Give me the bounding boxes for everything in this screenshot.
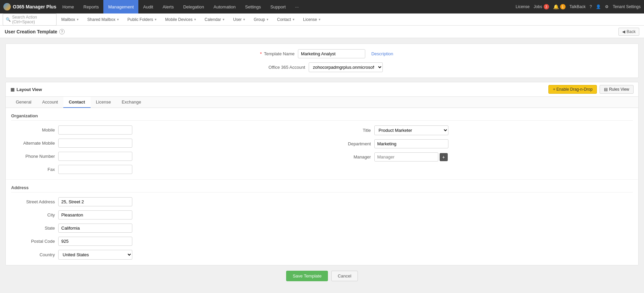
rules-view-button[interactable]: ▤ Rules View [600, 85, 634, 94]
page-title: User Creation Template [5, 29, 57, 34]
nav-audit[interactable]: Audit [138, 0, 158, 13]
sec-nav-contact[interactable]: Contact ▼ [274, 13, 298, 26]
manager-input-group: + [374, 152, 448, 162]
enable-drag-button[interactable]: + Enable Drag-n-Drop [548, 85, 597, 94]
notification-bell[interactable]: 🔔 1 [553, 4, 566, 9]
layout-icon: ▦ [10, 87, 14, 92]
help-link[interactable]: ? [590, 4, 592, 9]
address-section: Address Street Address City State Postal… [6, 179, 638, 265]
user-dropdown-arrow: ▼ [243, 18, 246, 21]
public-folders-dropdown-arrow: ▼ [154, 18, 157, 21]
alt-mobile-row: Alternate Mobile [11, 139, 317, 148]
nav-automation[interactable]: Automation [209, 0, 240, 13]
office365-select[interactable]: zohocorpadmgrplus.onmicrosoft.com [309, 62, 383, 72]
page-title-container: User Creation Template ? [5, 29, 65, 34]
sec-nav-shared-mailbox[interactable]: Shared Mailbox ▼ [84, 13, 123, 26]
phone-row: Phone Number [11, 152, 317, 161]
talkback-link[interactable]: TalkBack [570, 4, 586, 9]
sec-nav-calendar[interactable]: Calendar ▼ [201, 13, 229, 26]
sec-nav-group[interactable]: Group ▼ [250, 13, 272, 26]
sec-nav-public-folders[interactable]: Public Folders ▼ [124, 13, 161, 26]
contact-dropdown-arrow: ▼ [292, 18, 295, 21]
street-input[interactable] [58, 197, 132, 206]
sec-nav-user[interactable]: User ▼ [230, 13, 249, 26]
mobile-input[interactable] [58, 125, 132, 135]
nav-more[interactable]: ··· [291, 0, 304, 13]
state-input[interactable] [58, 224, 132, 233]
layout-title: ▦ Layout View [10, 87, 42, 92]
organization-section: Organization Mobile Alternate Mobile Pho… [6, 108, 638, 179]
tab-contact[interactable]: Contact [63, 97, 90, 108]
top-nav: Home Reports Management Audit Alerts Del… [58, 0, 303, 13]
rules-icon: ▤ [604, 87, 608, 92]
nav-management[interactable]: Management [103, 0, 138, 13]
city-input[interactable] [58, 210, 132, 219]
country-row: Country United States Canada United King… [11, 250, 633, 260]
cancel-button[interactable]: Cancel [331, 271, 358, 281]
user-avatar[interactable]: 👤 [596, 4, 601, 9]
main-content: * Template Name Description Office 365 A… [0, 38, 644, 292]
search-box[interactable]: 🔍 Search Action (Ctrl+Space) [3, 13, 57, 26]
jobs-link[interactable]: Jobs 3 [534, 4, 549, 9]
save-template-button[interactable]: Save Template [286, 271, 328, 281]
fax-row: Fax [11, 165, 317, 174]
back-button[interactable]: ◀ Back [618, 28, 639, 36]
gear-settings[interactable]: ⚙ [605, 4, 609, 9]
fax-input[interactable] [58, 165, 132, 174]
org-right-col: Title Product MarketerAnalystManager Dep… [327, 125, 633, 174]
city-row: City [11, 210, 633, 219]
manager-add-button[interactable]: + [440, 153, 448, 161]
nav-settings[interactable]: Settings [240, 0, 266, 13]
tab-license[interactable]: License [91, 97, 116, 108]
app-logo-icon [3, 3, 11, 10]
page-help-icon[interactable]: ? [59, 29, 65, 34]
nav-alerts[interactable]: Alerts [158, 0, 178, 13]
manager-label: Manager [327, 154, 371, 159]
tab-account[interactable]: Account [37, 97, 63, 108]
top-bar: O365 Manager Plus Home Reports Managemen… [0, 0, 644, 13]
layout-actions: + Enable Drag-n-Drop ▤ Rules View [548, 85, 634, 94]
office365-row: Office 365 Account zohocorpadmgrplus.onm… [262, 62, 383, 72]
template-name-input[interactable] [298, 49, 365, 58]
bottom-actions: Save Template Cancel [5, 265, 639, 287]
title-label: Title [327, 128, 371, 133]
app-logo: O365 Manager Plus [3, 3, 56, 10]
top-bar-right: License Jobs 3 🔔 1 TalkBack ? 👤 ⚙ Tenant… [516, 4, 641, 9]
phone-input[interactable] [58, 152, 132, 161]
sec-nav-mailbox[interactable]: Mailbox ▼ [58, 13, 82, 26]
tab-exchange[interactable]: Exchange [116, 97, 146, 108]
template-name-label: * Template Name [251, 51, 295, 56]
license-link[interactable]: License [516, 4, 530, 9]
address-title: Address [11, 185, 633, 193]
org-left-col: Mobile Alternate Mobile Phone Number Fax [11, 125, 317, 174]
nav-reports[interactable]: Reports [79, 0, 104, 13]
title-select[interactable]: Product MarketerAnalystManager [374, 125, 448, 135]
nav-support[interactable]: Support [266, 0, 291, 13]
manager-input[interactable] [374, 152, 438, 162]
postal-input[interactable] [58, 237, 132, 246]
tab-general[interactable]: General [10, 97, 37, 108]
sec-nav-license[interactable]: License ▼ [300, 13, 324, 26]
group-dropdown-arrow: ▼ [266, 18, 269, 21]
city-label: City [11, 212, 55, 217]
alt-mobile-input[interactable] [58, 139, 132, 148]
organization-title: Organization [11, 113, 633, 121]
description-link[interactable]: Description [371, 51, 393, 56]
search-placeholder: Search Action (Ctrl+Space) [12, 15, 54, 24]
notification-count: 1 [560, 4, 566, 9]
title-row: Title Product MarketerAnalystManager [327, 125, 633, 135]
country-label: Country [11, 252, 55, 257]
department-input[interactable] [374, 139, 448, 148]
alt-mobile-label: Alternate Mobile [11, 141, 55, 146]
license-dropdown-arrow: ▼ [318, 18, 321, 21]
page-header: User Creation Template ? ◀ Back [0, 26, 644, 38]
nav-delegation[interactable]: Delegation [178, 0, 209, 13]
tenant-settings-label[interactable]: Tenant Settings [613, 4, 641, 9]
required-star: * [260, 51, 262, 56]
nav-home[interactable]: Home [58, 0, 79, 13]
layout-header: ▦ Layout View + Enable Drag-n-Drop ▤ Rul… [6, 82, 638, 97]
sec-nav-mobile-devices[interactable]: Mobile Devices ▼ [162, 13, 200, 26]
country-select[interactable]: United States Canada United Kingdom Indi… [58, 250, 132, 260]
organization-grid: Mobile Alternate Mobile Phone Number Fax [11, 125, 633, 174]
mobile-devices-dropdown-arrow: ▼ [194, 18, 197, 21]
